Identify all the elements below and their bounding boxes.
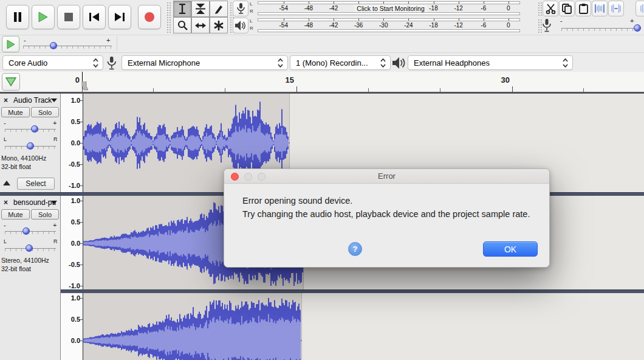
track1-gain-knob[interactable] — [31, 125, 38, 133]
meter-tick — [383, 1, 384, 4]
edit-toolbar-partial-button[interactable] — [635, 1, 644, 16]
meter-tick — [459, 18, 459, 21]
playback-meter[interactable]: L R -54-48-42-36-30-24-18-12-60 — [248, 18, 522, 33]
track-panel-column — [0, 94, 61, 360]
track2-pan-left: L — [4, 238, 7, 244]
meter-tick — [358, 1, 359, 4]
meter-scale-label: -54 — [279, 5, 288, 12]
stereo-channel-divider — [61, 289, 644, 293]
playback-meter-right-label: R — [250, 26, 256, 32]
pause-button[interactable] — [6, 5, 29, 29]
help-button[interactable]: ? — [348, 242, 362, 256]
meter-scale-label: -48 — [304, 5, 313, 12]
track1-menu-arrow-icon[interactable] — [51, 99, 57, 102]
skip-to-start-button[interactable] — [83, 5, 106, 29]
monitoring-overlay-label[interactable]: Click to Start Monitoring — [354, 5, 426, 12]
audio-host-dropdown[interactable]: Core Audio — [2, 55, 103, 70]
playback-device-dropdown[interactable]: External Headphones — [408, 55, 573, 70]
ok-button[interactable]: OK — [483, 241, 538, 257]
waveform[interactable] — [83, 293, 302, 360]
draw-tool-icon — [214, 4, 224, 14]
playback-meter-speaker-button[interactable] — [233, 18, 248, 33]
recording-channels-dropdown[interactable]: 1 (Mono) Recordin... — [290, 55, 391, 70]
recording-meter[interactable]: L R -54-48-42-18-12-60 Click to Start Mo… — [248, 1, 522, 16]
skip-to-end-button[interactable] — [108, 5, 131, 29]
recording-device-value: External Microphone — [128, 58, 275, 68]
track1-pan-knob[interactable] — [27, 142, 34, 150]
track2-mute-button[interactable]: Mute — [1, 209, 30, 220]
play-speed-slider-ticks — [23, 46, 112, 49]
dialog-message-line1: Error opening sound device. — [242, 196, 352, 206]
dialog-titlebar[interactable]: Error — [224, 169, 549, 184]
meter-tick — [358, 18, 359, 21]
close-window-button[interactable] — [231, 173, 239, 181]
track2-gain-knob[interactable] — [22, 227, 30, 235]
trim-audio-button[interactable] — [592, 1, 608, 16]
minimize-window-button[interactable] — [244, 173, 252, 181]
track2-pan-knob[interactable] — [26, 244, 33, 252]
cut-icon — [546, 4, 556, 14]
track1-collapse-button[interactable] — [3, 181, 10, 185]
cut-button[interactable] — [543, 1, 558, 16]
meter-scale-label: -42 — [329, 22, 338, 29]
track2-name[interactable]: bensound-pu — [13, 198, 56, 207]
meter-tick — [284, 1, 284, 4]
paste-button[interactable] — [575, 1, 591, 16]
zoom-tool-button[interactable] — [173, 17, 191, 33]
vertical-scale-label: 1.0 — [71, 196, 80, 205]
meter-tick — [383, 18, 384, 21]
meter-tick — [334, 1, 334, 4]
timeline-label: 0 — [66, 75, 80, 85]
track1-close-button[interactable]: × — [4, 97, 8, 104]
vertical-scale-label: 1.0 — [71, 294, 80, 302]
play-speed-plus-label: + — [106, 36, 110, 44]
play-at-speed-button[interactable] — [2, 36, 19, 52]
track1-mute-button[interactable]: Mute — [1, 107, 30, 117]
stop-button[interactable] — [57, 5, 80, 29]
track1-pan-left: L — [4, 136, 7, 142]
track1-name[interactable]: Audio Track — [13, 96, 52, 105]
track2-close-button[interactable]: × — [4, 199, 8, 206]
timeline-options-button[interactable] — [2, 73, 20, 91]
vertical-scale-label: -1.0 — [69, 282, 80, 290]
record-icon — [144, 12, 155, 22]
timeshift-tool-button[interactable] — [191, 17, 210, 33]
silence-audio-button[interactable] — [608, 1, 624, 16]
recording-device-dropdown[interactable]: External Microphone — [122, 55, 288, 70]
multi-tool-button[interactable] — [210, 17, 228, 33]
copy-button[interactable] — [559, 1, 575, 16]
tools-toolbar-grip[interactable] — [166, 1, 171, 33]
track2-right-vertical-ruler[interactable]: 1.00.50.0 — [61, 293, 83, 360]
vertical-scale-label: 0.0 — [71, 139, 80, 147]
edit-toolbar-grip[interactable] — [537, 1, 542, 16]
dialog-title: Error — [378, 171, 396, 181]
track1-select-button[interactable]: Select — [17, 178, 55, 190]
track1-format-info: Mono, 44100Hz — [1, 154, 46, 162]
envelope-tool-button[interactable] — [191, 1, 210, 17]
timeline-ruler[interactable]: 01530 — [0, 72, 644, 94]
selection-tool-button[interactable] — [173, 1, 191, 17]
track2-left-vertical-ruler[interactable]: 1.00.50.0-0.5-1.0 — [61, 196, 83, 289]
recording-meter-mic-button[interactable] — [233, 1, 248, 16]
microphone-icon — [237, 3, 245, 14]
recording-volume-slider-knob[interactable] — [634, 24, 641, 32]
zoom-window-button[interactable] — [258, 173, 265, 181]
audio-host-value: Core Audio — [9, 58, 90, 68]
track1-vertical-ruler[interactable]: 1.00.50.0-0.5-1.0 — [61, 94, 83, 192]
meter-tick — [334, 18, 334, 21]
silence-audio-icon — [611, 4, 622, 13]
track2-solo-button[interactable]: Solo — [31, 209, 59, 220]
vertical-scale-label: 1.0 — [71, 96, 80, 105]
track1-solo-button[interactable]: Solo — [31, 107, 59, 117]
track2-menu-arrow-icon[interactable] — [51, 201, 57, 204]
stepper-icon — [380, 58, 386, 68]
record-button[interactable] — [138, 5, 161, 29]
timeshift-tool-icon — [195, 22, 206, 29]
play-speed-slider-knob[interactable] — [50, 42, 57, 49]
recording-volume-grip[interactable] — [537, 18, 542, 33]
meter-tick — [309, 18, 309, 21]
meter-scale-label: -36 — [354, 22, 363, 29]
meter-tick — [509, 1, 509, 4]
play-button[interactable] — [32, 5, 55, 29]
draw-tool-button[interactable] — [210, 1, 228, 17]
